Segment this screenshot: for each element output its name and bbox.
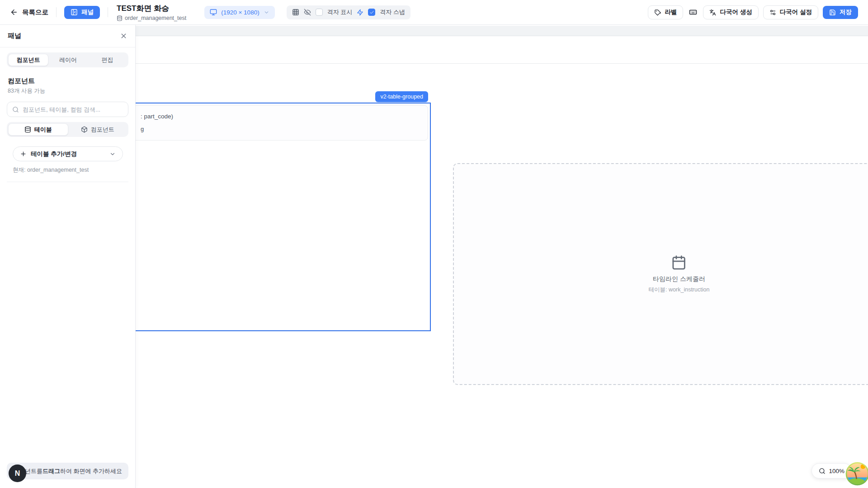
back-label: 목록으로 bbox=[22, 8, 48, 17]
zoom-level-value: 100% bbox=[829, 468, 844, 474]
grid-show-label: 격자 표시 bbox=[327, 8, 353, 16]
database-icon bbox=[24, 126, 31, 133]
panel-button-label: 패널 bbox=[81, 8, 94, 16]
arrow-left-icon bbox=[10, 8, 18, 16]
timeline-scheduler-component[interactable]: 타임라인 스케줄러 테이블: work_instruction bbox=[453, 163, 868, 385]
component-type-badge: v2-table-grouped bbox=[375, 91, 428, 102]
top-toolbar: 목록으로 패널 TEST화면 화승 order_management_test … bbox=[0, 0, 868, 25]
grid-show-checkbox[interactable] bbox=[316, 9, 323, 16]
back-to-list-button[interactable]: 목록으로 bbox=[10, 8, 48, 17]
label-button-text: 라벨 bbox=[665, 8, 677, 16]
magnifier-icon bbox=[819, 468, 826, 474]
toolbar-divider bbox=[56, 7, 57, 17]
chevron-down-icon bbox=[109, 151, 116, 157]
component-search[interactable] bbox=[7, 102, 128, 117]
screen-title: TEST화면 화승 bbox=[117, 3, 186, 14]
keyboard-icon bbox=[689, 8, 697, 16]
save-button-text: 저장 bbox=[840, 8, 852, 16]
tag-icon bbox=[654, 9, 661, 16]
panel-title: 패널 bbox=[8, 32, 21, 40]
tab-layers[interactable]: 레이어 bbox=[48, 54, 88, 66]
scheduler-table-label: 테이블: work_instruction bbox=[649, 286, 710, 294]
table-header-text-2: g bbox=[141, 126, 144, 132]
island-sticker bbox=[844, 461, 868, 487]
hint-text-post: 하여 화면에 추가하세요 bbox=[60, 467, 122, 475]
zap-icon bbox=[357, 9, 363, 16]
search-input[interactable] bbox=[23, 106, 123, 113]
source-type-toggle: 테이블 컴포넌트 bbox=[7, 122, 128, 137]
available-count: 83개 사용 가능 bbox=[8, 87, 127, 95]
calendar-icon bbox=[671, 255, 687, 270]
i18n-generate-text: 다국어 생성 bbox=[720, 8, 752, 16]
monitor-icon bbox=[210, 9, 217, 16]
components-panel: 패널 컴포넌트 레이어 편집 컴포넌트 83개 사용 가능 테이블 bbox=[0, 25, 136, 488]
grid-options-group: 격자 표시 격자 스냅 bbox=[287, 5, 410, 19]
hint-text-bold: 드래그 bbox=[42, 467, 60, 475]
section-title: 컴포넌트 bbox=[8, 77, 127, 85]
toggle-components-label: 컴포넌트 bbox=[91, 126, 114, 134]
toolbar-divider bbox=[108, 7, 108, 17]
toggle-tables[interactable]: 테이블 bbox=[8, 123, 68, 136]
add-table-label: 테이블 추가/변경 bbox=[31, 150, 77, 158]
grid-icon bbox=[292, 9, 299, 16]
screen-size-selector[interactable]: (868 × 488) bbox=[204, 6, 274, 19]
toggle-components[interactable]: 컴포넌트 bbox=[68, 123, 127, 136]
search-icon bbox=[12, 106, 19, 113]
screen-size-value: (868 × 488) bbox=[221, 9, 259, 16]
panel-divider bbox=[7, 182, 128, 182]
table-component-header: : part_code) g bbox=[118, 105, 428, 141]
i18n-settings-text: 다국어 설정 bbox=[780, 8, 812, 16]
grid-snap-checkbox[interactable] bbox=[368, 9, 375, 16]
save-icon bbox=[829, 9, 836, 16]
languages-icon bbox=[709, 9, 716, 16]
database-icon bbox=[117, 15, 123, 21]
box-icon bbox=[81, 126, 88, 133]
cursor-avatar: N bbox=[9, 465, 26, 482]
keyboard-shortcuts-button[interactable] bbox=[688, 8, 698, 16]
current-table-label: 현재: order_management_test bbox=[13, 166, 123, 174]
table-header-text: : part_code) bbox=[141, 113, 173, 120]
tab-edit[interactable]: 편집 bbox=[88, 54, 127, 66]
close-icon[interactable] bbox=[120, 32, 127, 40]
scheduler-title: 타임라인 스케줄러 bbox=[649, 275, 710, 283]
add-table-button[interactable]: 테이블 추가/변경 bbox=[13, 146, 123, 161]
chevron-down-icon bbox=[264, 9, 269, 15]
tab-components[interactable]: 컴포넌트 bbox=[8, 54, 48, 66]
check-icon bbox=[369, 10, 374, 15]
plus-icon bbox=[20, 150, 27, 157]
save-button[interactable]: 저장 bbox=[823, 6, 858, 19]
selected-table-component[interactable]: v2-table-grouped : part_code) g bbox=[115, 103, 431, 331]
toggle-tables-label: 테이블 bbox=[34, 126, 52, 134]
eye-off-icon bbox=[304, 9, 311, 16]
i18n-generate-button[interactable]: 다국어 생성 bbox=[703, 5, 758, 19]
linked-table-name: order_management_test bbox=[125, 15, 186, 21]
panel-toggle-button[interactable]: 패널 bbox=[64, 6, 100, 19]
panel-left-icon bbox=[71, 9, 78, 16]
settings-sliders-icon bbox=[769, 9, 776, 16]
panel-tabs: 컴포넌트 레이어 편집 bbox=[7, 52, 128, 67]
label-button[interactable]: 라벨 bbox=[648, 5, 683, 19]
i18n-settings-button[interactable]: 다국어 설정 bbox=[763, 5, 818, 19]
timeline-scheduler-placeholder: 타임라인 스케줄러 테이블: work_instruction bbox=[649, 255, 710, 294]
grid-snap-label: 격자 스냅 bbox=[380, 8, 405, 16]
